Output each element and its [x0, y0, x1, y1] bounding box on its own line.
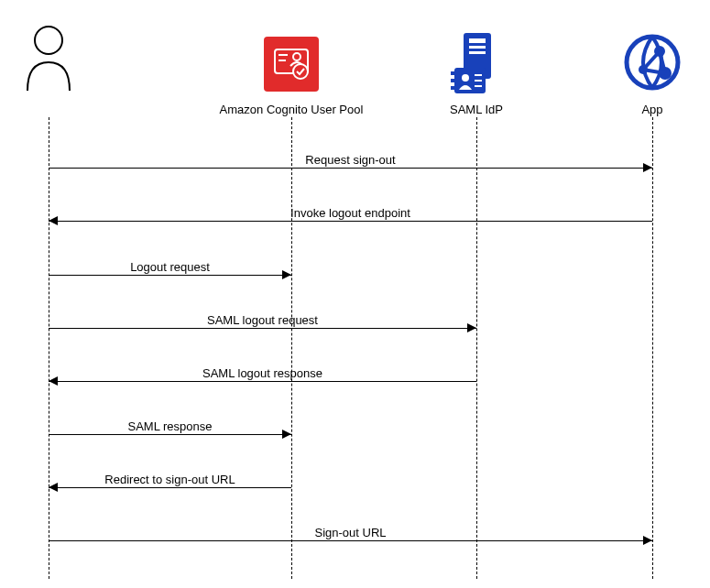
svg-rect-11 — [451, 71, 454, 75]
actor-label-idp: SAML IdP — [385, 103, 568, 116]
cognito-icon — [264, 37, 319, 92]
sequence-diagram: Amazon Cognito User Pool SAML IdP App Re… — [0, 0, 710, 588]
message-line — [49, 487, 291, 488]
svg-point-2 — [293, 53, 300, 60]
message-line — [49, 434, 291, 435]
actor-label-cognito: Amazon Cognito User Pool — [200, 103, 383, 116]
svg-rect-7 — [469, 38, 486, 43]
svg-rect-12 — [451, 79, 454, 82]
user-icon — [26, 26, 71, 94]
svg-point-0 — [35, 27, 62, 54]
message-label: SAML logout request — [49, 313, 476, 327]
svg-rect-8 — [469, 46, 486, 49]
message-line — [49, 328, 476, 329]
lifeline-user — [49, 117, 49, 579]
message-label: Logout request — [49, 260, 291, 274]
message-label: Redirect to sign-out URL — [49, 473, 291, 486]
message-line — [49, 540, 652, 541]
message-label: SAML response — [49, 419, 291, 433]
actor-label-app: App — [561, 103, 710, 116]
message-label: Invoke logout endpoint — [49, 206, 652, 220]
message-line — [49, 275, 291, 276]
lifeline-idp — [476, 117, 477, 579]
message-line — [49, 168, 652, 169]
svg-point-18 — [627, 37, 678, 88]
svg-point-5 — [293, 64, 308, 79]
message-label: SAML logout response — [49, 366, 476, 380]
message-label: Sign-out URL — [49, 526, 652, 539]
svg-rect-13 — [451, 86, 454, 90]
saml-idp-icon — [449, 31, 504, 100]
message-label: Request sign-out — [49, 153, 652, 167]
lifeline-cognito — [291, 117, 292, 579]
app-icon — [623, 33, 682, 94]
message-line — [49, 221, 652, 222]
lifeline-app — [652, 117, 653, 579]
message-line — [49, 381, 476, 382]
svg-rect-9 — [469, 51, 486, 54]
svg-point-14 — [462, 74, 469, 82]
